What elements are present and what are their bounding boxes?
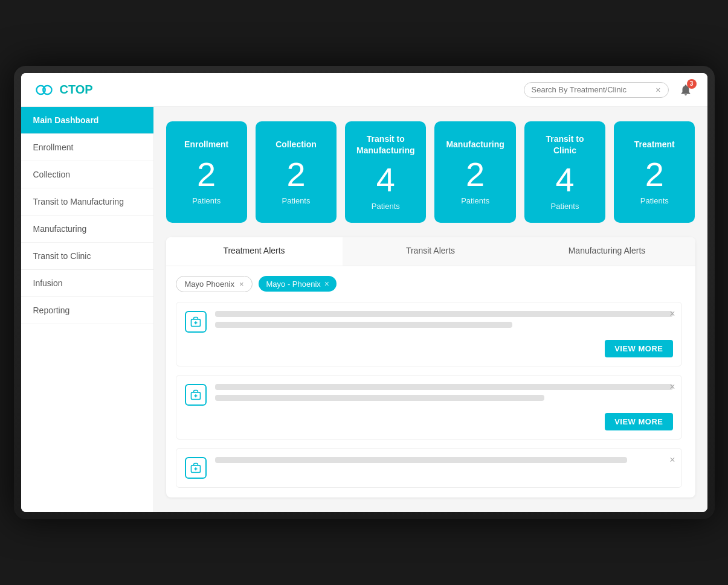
main-content: Enrollment 2 Patients Collection 2 Patie…: [154, 107, 707, 511]
stat-card-transit-mfg-label: Patients: [372, 202, 400, 211]
alert-text-line-2: [215, 322, 513, 328]
stat-card-treatment-label: Patients: [640, 196, 669, 205]
tabs-header: Treatment Alerts Transit Alerts Manufact…: [166, 237, 695, 266]
stat-card-collection-title: Collection: [275, 139, 317, 150]
stat-card-enrollment-title: Enrollment: [184, 139, 228, 150]
alert-text-line-1: [215, 384, 673, 390]
stat-card-collection-number: 2: [286, 158, 305, 191]
alert-text-line-1: [215, 311, 673, 317]
logo-icon: [33, 79, 55, 101]
stat-card-transit-clinic-label: Patients: [550, 202, 579, 211]
stat-card-enrollment-label: Patients: [192, 196, 221, 205]
stat-card-transit-clinic-number: 4: [555, 163, 574, 197]
stat-card-manufacturing-label: Patients: [461, 196, 489, 205]
sidebar-item-infusion[interactable]: Infusion: [21, 270, 153, 297]
medical-bag-icon: [190, 389, 202, 401]
tab-transit-alerts[interactable]: Transit Alerts: [343, 237, 519, 266]
alert-medical-icon: [185, 457, 207, 479]
stat-card-manufacturing: Manufacturing 2 Patients: [434, 121, 515, 222]
alert-card-inner: [185, 384, 673, 406]
alert-close-icon[interactable]: ×: [669, 455, 675, 465]
search-clear-icon[interactable]: ×: [656, 85, 660, 95]
stat-card-transit-mfg-number: 4: [376, 163, 395, 197]
sidebar-item-collection[interactable]: Collection: [21, 161, 153, 188]
filter-row: Mayo Phoenix × Mayo - Phoenix ×: [176, 276, 686, 292]
stat-card-treatment: Treatment 2 Patients: [614, 121, 695, 222]
tabs-content: Mayo Phoenix × Mayo - Phoenix ×: [166, 266, 695, 497]
notification-button[interactable]: 3: [676, 80, 695, 100]
alerts-list: ×: [176, 302, 686, 488]
alert-card: ×: [176, 375, 682, 440]
stat-card-enrollment: Enrollment 2 Patients: [166, 121, 247, 222]
stat-cards-row: Enrollment 2 Patients Collection 2 Patie…: [166, 121, 695, 222]
stat-card-enrollment-number: 2: [197, 158, 216, 191]
sidebar-item-manufacturing[interactable]: Manufacturing: [21, 216, 153, 243]
tab-treatment-alerts[interactable]: Treatment Alerts: [166, 237, 343, 266]
stat-card-collection: Collection 2 Patients: [256, 121, 337, 222]
alert-content: [215, 384, 673, 406]
alert-footer: VIEW MORE: [185, 413, 673, 430]
alert-close-icon[interactable]: ×: [669, 382, 675, 392]
view-more-button[interactable]: VIEW MORE: [605, 340, 672, 357]
sidebar-item-reporting[interactable]: Reporting: [21, 297, 153, 324]
alert-text-line-1: [215, 457, 627, 463]
filter-tag-close-icon[interactable]: ×: [324, 279, 329, 289]
tabs-section: Treatment Alerts Transit Alerts Manufact…: [166, 237, 695, 497]
alert-content: [215, 311, 673, 333]
stat-card-transit-mfg: Transit to Manufacturing 4 Patients: [345, 121, 426, 222]
filter-dropdown-clear[interactable]: ×: [239, 280, 244, 289]
alert-medical-icon: [185, 384, 207, 406]
view-more-button[interactable]: VIEW MORE: [605, 413, 672, 430]
filter-tag: Mayo - Phoenix ×: [259, 276, 337, 292]
stat-card-manufacturing-number: 2: [466, 158, 485, 191]
filter-dropdown-value: Mayo Phoenix: [185, 280, 234, 289]
stat-card-treatment-title: Treatment: [634, 139, 675, 150]
main-layout: Main Dashboard Enrollment Collection Tra…: [21, 107, 707, 511]
medical-bag-icon: [190, 462, 202, 474]
alert-card-inner: [185, 311, 673, 333]
sidebar: Main Dashboard Enrollment Collection Tra…: [21, 107, 154, 511]
alert-content: [215, 457, 673, 468]
alert-close-icon[interactable]: ×: [669, 308, 675, 319]
alert-card-inner: [185, 457, 673, 479]
logo-text: CTOP: [60, 83, 93, 97]
sidebar-item-main-dashboard[interactable]: Main Dashboard: [21, 107, 153, 134]
tab-manufacturing-alerts[interactable]: Manufacturing Alerts: [519, 237, 695, 266]
stat-card-transit-clinic-title: Transit to Clinic: [534, 133, 596, 155]
alert-text-line-2: [215, 395, 545, 401]
sidebar-item-enrollment[interactable]: Enrollment: [21, 134, 153, 161]
stat-card-transit-clinic: Transit to Clinic 4 Patients: [524, 121, 605, 222]
alert-footer: VIEW MORE: [185, 340, 673, 357]
medical-bag-icon: [190, 316, 202, 328]
sidebar-item-transit-clinic[interactable]: Transit to Clinic: [21, 243, 153, 270]
sidebar-item-transit-manufacturing[interactable]: Transit to Manufacturing: [21, 188, 153, 216]
search-input[interactable]: [532, 85, 652, 94]
stat-card-transit-mfg-title: Transit to Manufacturing: [355, 133, 416, 155]
filter-tag-label: Mayo - Phoenix: [266, 280, 320, 289]
search-box[interactable]: ×: [524, 82, 669, 98]
filter-dropdown[interactable]: Mayo Phoenix ×: [176, 276, 253, 292]
header: CTOP × 3: [21, 73, 707, 107]
stat-card-treatment-number: 2: [645, 158, 664, 191]
stat-card-collection-label: Patients: [282, 196, 311, 205]
notification-badge: 3: [687, 79, 697, 89]
alert-card: ×: [176, 302, 682, 366]
header-right: × 3: [524, 80, 695, 100]
stat-card-manufacturing-title: Manufacturing: [446, 139, 504, 150]
logo: CTOP: [33, 79, 93, 101]
alert-card: ×: [176, 448, 682, 488]
alert-medical-icon: [185, 311, 207, 333]
